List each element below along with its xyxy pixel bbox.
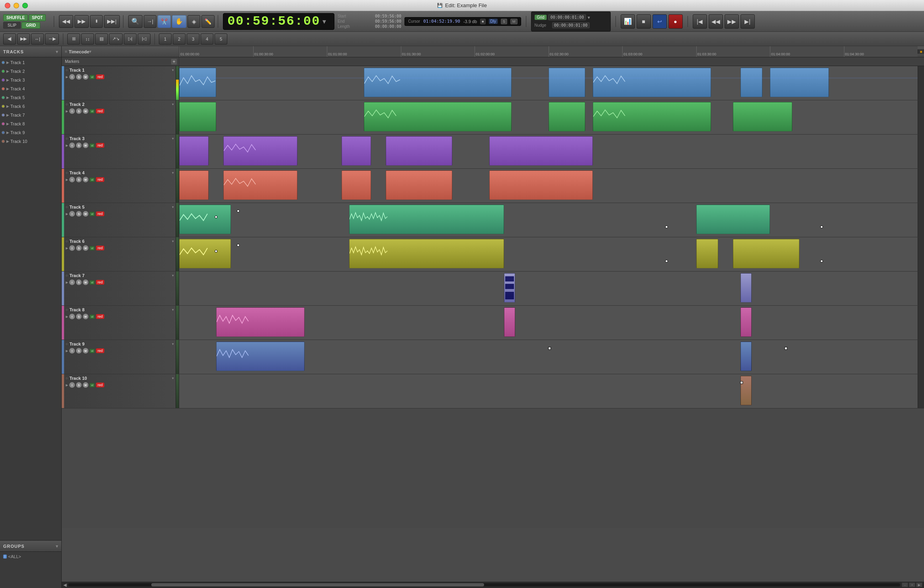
track2-expand[interactable]: ○ (66, 102, 68, 106)
clip[interactable] (770, 68, 829, 97)
clip[interactable] (179, 136, 209, 166)
zoom-out-btn[interactable]: |◁ (138, 33, 150, 45)
clip-btn[interactable]: ▤ (95, 33, 108, 45)
track7-options[interactable]: ▾ (172, 273, 174, 277)
track7-i-btn[interactable]: I (69, 279, 75, 285)
track1-rec-btn[interactable]: red (96, 74, 104, 79)
track3-expand[interactable]: ○ (66, 137, 68, 141)
track6-options[interactable]: ▾ (172, 239, 174, 243)
clip[interactable] (216, 342, 305, 371)
grab-tool[interactable]: ✋ (172, 15, 186, 28)
clip[interactable] (179, 239, 231, 268)
clip[interactable] (740, 307, 752, 337)
track4-expand[interactable]: ○ (66, 171, 68, 175)
track3-m-btn[interactable]: M (83, 143, 88, 148)
clip[interactable] (179, 170, 209, 200)
track1-options[interactable]: ▾ (172, 68, 174, 72)
track6-i-btn[interactable]: I (69, 245, 75, 251)
clip[interactable] (733, 239, 799, 268)
track9-s-btn[interactable]: S (76, 348, 82, 354)
track4-i-btn[interactable]: I (69, 177, 75, 182)
track2-input-btn[interactable]: I (69, 108, 75, 114)
track9-arrow[interactable]: ▶ (66, 349, 68, 353)
track8-s-btn[interactable]: S (76, 314, 82, 319)
sidebar-item-track5[interactable]: ▶ Track 5 (0, 93, 61, 102)
clip[interactable] (740, 68, 763, 97)
track4-rec-btn[interactable]: red (96, 177, 104, 182)
track7-content[interactable] (179, 272, 918, 305)
sidebar-item-track3[interactable]: ▶ Track 3 (0, 76, 61, 84)
track4-s-btn[interactable]: S (76, 177, 82, 182)
zoom-tool[interactable]: 🔍 (128, 15, 143, 28)
track5-options[interactable]: ▾ (172, 205, 174, 209)
track3-i-btn[interactable]: I (69, 143, 75, 148)
track8-rec-btn[interactable]: red (96, 314, 104, 319)
rewind-btn[interactable]: ◀◀ (709, 14, 723, 29)
track1-arrow-left[interactable]: ▶ (66, 75, 68, 79)
bottom-scrollbar[interactable]: ◀ - + ▶ (62, 582, 924, 588)
zoom-in-btn[interactable]: ▷| (124, 33, 137, 45)
zoom-in-scroll[interactable]: + (909, 582, 915, 587)
track6-expand[interactable]: ○ (66, 239, 68, 243)
clip[interactable] (740, 273, 752, 303)
clip[interactable] (504, 307, 515, 337)
nav-back-button[interactable]: ◀◀ (59, 15, 73, 28)
track3-arrow[interactable]: ▶ (66, 144, 68, 147)
clip[interactable] (342, 170, 371, 200)
track8-vol[interactable]: vl (90, 315, 95, 319)
edit-tool[interactable]: →| (144, 15, 156, 28)
group-all-item[interactable]: ! <ALL> (2, 553, 60, 560)
clip[interactable] (223, 136, 297, 166)
track10-vol[interactable]: vl (90, 383, 95, 387)
track2-vol[interactable]: vl (90, 109, 95, 113)
track4-vol[interactable]: vl (90, 178, 95, 182)
track8-arrow[interactable]: ▶ (66, 315, 68, 318)
track1-vol[interactable]: vl (90, 75, 95, 79)
tracks-container[interactable]: ○ Track 1 ▾ ▶ I S M vl (62, 66, 924, 582)
stop-btn[interactable]: ■ (637, 14, 651, 29)
sidebar-item-track4[interactable]: ▶ Track 4 (0, 84, 61, 93)
track3-content[interactable] (179, 135, 918, 168)
record-btn[interactable]: ● (668, 14, 683, 29)
track1-solo-btn[interactable]: S (76, 74, 82, 80)
clip[interactable] (593, 102, 711, 131)
clip[interactable] (179, 68, 216, 97)
back-btn2[interactable]: ◀| (3, 33, 16, 45)
spot-button[interactable]: SPOT (29, 14, 46, 21)
track4-m-btn[interactable]: M (83, 177, 88, 182)
track10-s-btn[interactable]: S (76, 382, 82, 388)
bounce-btn[interactable]: ↕↕ (81, 33, 94, 45)
clip[interactable] (364, 102, 512, 131)
track8-options[interactable]: ▾ (172, 308, 174, 312)
add-marker-button[interactable]: + (171, 59, 177, 65)
track10-i-btn[interactable]: I (69, 382, 75, 388)
trim-tool[interactable]: ✂️ (158, 15, 171, 28)
track9-rec-btn[interactable]: red (96, 348, 104, 353)
splice-btn[interactable]: ↔| (31, 33, 44, 45)
track6-content[interactable] (179, 237, 918, 271)
num4-btn[interactable]: 4 (201, 33, 213, 45)
track7-rec-btn[interactable]: red (96, 280, 104, 285)
clip[interactable] (179, 205, 231, 234)
timecode-dropdown[interactable]: ▾ (89, 49, 91, 54)
fade-btn[interactable]: ↗↘ (109, 33, 123, 45)
track10-m-btn[interactable]: M (83, 382, 88, 388)
clip[interactable] (740, 376, 752, 405)
meter-btn[interactable]: 📊 (621, 14, 635, 29)
nav-forward-button[interactable]: ▶▶ (74, 15, 89, 28)
track4-content[interactable] (179, 169, 918, 203)
clip[interactable] (549, 102, 586, 131)
track2-rec-btn[interactable]: red (96, 109, 104, 113)
clip[interactable] (342, 136, 371, 166)
clip[interactable] (386, 136, 452, 166)
goto-start-btn[interactable]: |◀ (693, 14, 707, 29)
pencil-tool[interactable]: ✏️ (201, 15, 215, 28)
track10-content[interactable] (179, 374, 918, 408)
track5-i-btn[interactable]: I (69, 211, 75, 217)
counter-dropdown[interactable]: ▾ (322, 17, 326, 26)
track9-expand[interactable]: ○ (66, 342, 68, 346)
clip[interactable] (489, 170, 593, 200)
ffwd-btn[interactable]: ▶▶ (725, 14, 739, 29)
shuffle-button[interactable]: SHUFFLE (3, 14, 28, 21)
clip[interactable] (696, 239, 719, 268)
